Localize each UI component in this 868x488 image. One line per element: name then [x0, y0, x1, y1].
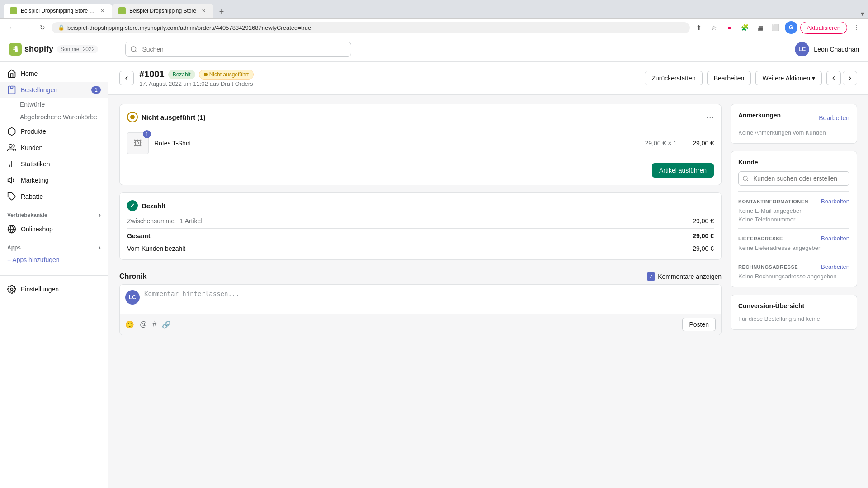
divider-1 — [738, 191, 849, 192]
fulfillment-title: Nicht ausgeführt (1) — [127, 112, 206, 122]
payment-title-text: Bezahlt — [142, 202, 165, 210]
tab-title-2: Beispiel Dropshipping Store — [129, 8, 196, 14]
tab-overflow-icon: ▾ — [861, 9, 864, 18]
orders-icon — [7, 85, 16, 94]
tab-close-2[interactable]: ✕ — [200, 7, 207, 14]
reload-button[interactable]: ↻ — [36, 21, 49, 34]
sidebar-item-products[interactable]: Produkte — [0, 123, 108, 140]
drafts-label: Entwürfe — [20, 101, 45, 108]
customer-search-input[interactable] — [738, 171, 849, 186]
prev-order-button[interactable] — [826, 71, 841, 85]
main-content: #1001 Bezahlt Nicht ausgeführt 17. Augus… — [108, 62, 868, 488]
customer-title: Kunde — [738, 159, 849, 166]
tab-close-1[interactable]: ✕ — [99, 7, 106, 14]
sidebar-item-statistics[interactable]: Statistiken — [0, 156, 108, 172]
order-badges: #1001 Bezahlt Nicht ausgeführt — [139, 69, 254, 80]
apps-arrow[interactable]: › — [99, 244, 101, 252]
discounts-icon — [7, 192, 16, 201]
products-icon — [7, 127, 16, 136]
link-button[interactable]: 🔗 — [162, 320, 171, 329]
post-comment-button[interactable]: Posten — [682, 318, 716, 331]
billing-section: RECHNUNGSADRESSE Bearbeiten — [738, 263, 849, 270]
search-input[interactable] — [125, 42, 351, 57]
show-comments-toggle[interactable]: ✓ Kommentare anzeigen — [647, 272, 722, 281]
sidebar-item-marketing[interactable]: Marketing — [0, 172, 108, 188]
subtotal-value: 29,00 € — [693, 217, 714, 225]
payment-rows: Zwischensumme 1 Artikel 29,00 € Gesamt 2… — [127, 217, 714, 252]
sidebar-item-drafts[interactable]: Entwürfe — [0, 98, 108, 111]
back-button[interactable] — [119, 71, 134, 85]
back-button[interactable]: ← — [5, 21, 18, 34]
product-image-placeholder: 🖼 — [134, 139, 142, 148]
fulfill-button[interactable]: Artikel ausführen — [652, 163, 714, 178]
emoji-button[interactable]: 🙂 — [125, 320, 134, 329]
contact-info-edit-button[interactable]: Bearbeiten — [821, 198, 849, 205]
billing-label: RECHNUNGSADRESSE — [738, 264, 798, 270]
comment-input[interactable] — [144, 290, 716, 308]
extensions-button[interactable]: 🧩 — [739, 21, 751, 34]
bookmark-button[interactable]: ☆ — [708, 21, 721, 34]
browser-menu-button[interactable]: ⋮ — [850, 21, 863, 34]
wallet-button[interactable]: ▦ — [754, 21, 767, 34]
order-actions: Zurückerstatten Bearbeiten Weitere Aktio… — [645, 71, 857, 85]
notes-title: Anmerkungen — [738, 112, 781, 119]
sidebar-item-abandoned[interactable]: Abgebrochene Warenkörbe — [0, 111, 108, 123]
customer-paid-label: Vom Kunden bezahlt — [127, 245, 185, 252]
sidebar-item-settings[interactable]: Einstellungen — [7, 281, 101, 297]
browser-profile-avatar[interactable]: G — [785, 21, 797, 34]
edit-button[interactable]: Bearbeiten — [707, 71, 751, 85]
statistics-label: Statistiken — [21, 160, 101, 168]
customer-paid-row: Vom Kunden bezahlt 29,00 € — [127, 245, 714, 252]
fulfill-btn-row: Artikel ausführen — [127, 163, 714, 178]
product-image: 🖼 1 — [127, 132, 149, 154]
comment-box: LC 🙂 @ # 🔗 Posten — [119, 284, 722, 335]
product-total: 29,00 € — [682, 140, 714, 147]
show-comments-label: Kommentare anzeigen — [658, 273, 722, 280]
sales-channels-label: Vertriebskanäle — [7, 212, 47, 218]
sidebar-item-home[interactable]: Home — [0, 66, 108, 82]
subtotal-row: Zwischensumme 1 Artikel 29,00 € — [127, 217, 714, 225]
customer-card: Kunde KONTAKTINFORMATIONEN Bearbeiten Ke… — [731, 151, 857, 287]
payment-status-icon: ✓ — [127, 200, 138, 211]
fulfillment-menu-button[interactable]: ··· — [706, 112, 714, 122]
forward-button[interactable]: → — [21, 21, 33, 34]
content-area: Nicht ausgeführt (1) ··· 🖼 1 Rotes T-Shi… — [108, 95, 868, 344]
unfulfilled-badge: Nicht ausgeführt — [199, 70, 254, 80]
payment-card-header: ✓ Bezahlt — [127, 200, 714, 211]
lock-icon: 🔒 — [58, 24, 65, 31]
home-icon — [7, 69, 16, 78]
add-apps-button[interactable]: + Apps hinzufügen — [0, 253, 108, 266]
tab-2[interactable]: Beispiel Dropshipping Store ✕ — [112, 4, 213, 18]
fulfillment-card-header: Nicht ausgeführt (1) ··· — [127, 112, 714, 122]
topbar-user: LC Leon Chaudhari — [795, 42, 859, 56]
sales-channels-arrow[interactable]: › — [99, 211, 101, 219]
refund-button[interactable]: Zurückerstatten — [645, 71, 702, 85]
update-button[interactable]: Aktualisieren — [800, 22, 847, 34]
more-actions-button[interactable]: Weitere Aktionen ▾ — [755, 71, 822, 85]
screenshot-button[interactable]: ⬜ — [769, 21, 782, 34]
mention-button[interactable]: @ — [140, 320, 147, 328]
share-button[interactable]: ⬆ — [693, 21, 705, 34]
hashtag-button[interactable]: # — [152, 320, 156, 328]
no-billing-text: Keine Rechnungsadresse angegeben — [738, 273, 849, 280]
unfulfilled-label: Nicht ausgeführt — [209, 71, 249, 78]
next-order-button[interactable] — [843, 71, 857, 85]
sidebar-item-onlineshop[interactable]: Onlineshop — [0, 221, 108, 237]
statistics-icon — [7, 160, 16, 169]
conversion-title: Conversion-Übersicht — [738, 302, 849, 310]
product-count-badge: 1 — [143, 130, 151, 138]
sidebar-item-discounts[interactable]: Rabatte — [0, 188, 108, 205]
contact-info-section: KONTAKTINFORMATIONEN Bearbeiten — [738, 198, 849, 205]
total-value: 29,00 € — [693, 232, 714, 239]
new-tab-button[interactable]: + — [215, 5, 228, 18]
content-left: Nicht ausgeführt (1) ··· 🖼 1 Rotes T-Shi… — [119, 104, 722, 335]
sidebar-item-orders[interactable]: Bestellungen 1 — [0, 82, 108, 98]
address-bar[interactable]: 🔒 beispiel-dropshipping-store.myshopify.… — [52, 22, 690, 33]
sidebar-item-customers[interactable]: Kunden — [0, 140, 108, 156]
notes-edit-button[interactable]: Bearbeiten — [819, 114, 849, 122]
tab-1[interactable]: Beispiel Dropshipping Store · E... ✕ — [4, 4, 112, 18]
billing-edit-button[interactable]: Bearbeiten — [821, 263, 849, 270]
shipping-edit-button[interactable]: Bearbeiten — [821, 235, 849, 242]
shipping-section: LIEFERADRESSE Bearbeiten — [738, 235, 849, 242]
tab-favicon-2 — [118, 7, 126, 14]
